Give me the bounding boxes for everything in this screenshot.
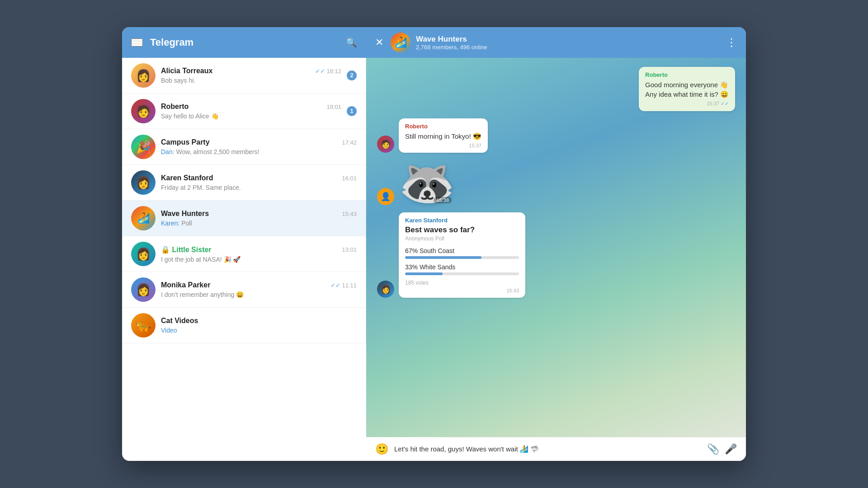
app-body: 👩 Alicia Torreaux ✓✓ 18:12 Bob says hi. … [122, 58, 746, 461]
avatar-campus: 🎉 [131, 135, 156, 159]
close-button[interactable]: ✕ [375, 37, 383, 48]
chat-info-wave: Wave Hunters 15:43 Karen: Poll [161, 210, 357, 227]
chat-info-monika: Monika Parker ✓✓ 11:11 I don't remember … [161, 281, 357, 298]
poll-option-2[interactable]: 33% White Sands [405, 263, 519, 275]
msg-row-sticker: 👤 🦝 15:38 [377, 160, 735, 205]
chat-item-karen[interactable]: 👩 Karen Stanford 16:01 Friday at 2 PM. S… [122, 165, 366, 201]
chat-name-monika: Monika Parker [161, 281, 210, 289]
chat-name-roberto: Roberto [161, 103, 189, 111]
chat-name: Wave Hunters [416, 35, 721, 44]
poll-votes: 185 votes [405, 280, 519, 286]
chat-subtitle: 2,768 members, 496 online [416, 44, 721, 51]
chat-input-area: 🙂 📎 🎤 [366, 437, 746, 461]
chat-name-cat: Cat Videos [161, 317, 198, 325]
chat-preview-monika: I don't remember anything 😄 [161, 291, 357, 298]
mic-button[interactable]: 🎤 [725, 443, 737, 455]
app-header: Telegram 🔍 ✕ 🏄 Wave Hunters 2,768 member… [122, 27, 746, 58]
chat-info-cat: Cat Videos Video [161, 317, 357, 334]
chat-item-monika[interactable]: 👩 Monika Parker ✓✓ 11:11 I don't remembe… [122, 272, 366, 308]
sidebar: 👩 Alicia Torreaux ✓✓ 18:12 Bob says hi. … [122, 58, 366, 343]
chat-info-little: 🔒 Little Sister 13:01 I got the job at N… [161, 245, 357, 263]
msg-avatar-karen-poll: 👩 [377, 281, 394, 298]
chat-preview-wave: Karen: Poll [161, 220, 357, 227]
chat-name-karen: Karen Stanford [161, 174, 213, 182]
poll-bar-bg-2 [405, 272, 519, 275]
poll-type: Anonymous Poll [405, 235, 519, 242]
chat-header: ✕ 🏄 Wave Hunters 2,768 members, 496 onli… [366, 33, 746, 52]
sidebar-header: Telegram 🔍 [122, 37, 366, 48]
chat-time-karen: 16:01 [342, 175, 357, 182]
msg-text-own1: Good morning everyone 👋Any idea what tim… [645, 80, 729, 99]
chat-info-alicia: Alicia Torreaux ✓✓ 18:12 Bob says hi. [161, 67, 341, 84]
emoji-button[interactable]: 🙂 [375, 443, 389, 455]
badge-roberto: 1 [347, 106, 357, 116]
chat-preview-alicia: Bob says hi. [161, 77, 341, 84]
sticker-time: 15:38 [434, 197, 452, 203]
msg-avatar-roberto: 🧑 [377, 136, 394, 153]
chat-time-roberto: 18:01 [326, 103, 341, 110]
msg-text-roberto1: Still morning in Tokyo! 😎 [405, 131, 481, 141]
poll-option-1[interactable]: 67% South Coast [405, 247, 519, 259]
poll-option-2-label: 33% White Sands [405, 263, 455, 271]
chat-name-campus: Campus Party [161, 138, 210, 146]
message-input[interactable] [394, 446, 702, 453]
chat-item-wave[interactable]: 🏄 Wave Hunters 15:43 Karen: Poll [122, 201, 366, 236]
avatar-wave: 🏄 [131, 206, 156, 230]
poll-option-1-label: 67% South Coast [405, 247, 454, 254]
avatar-alicia: 👩 [131, 63, 156, 88]
badge-alicia: 2 [347, 70, 357, 80]
msg-time-own1: 15:37 ✓✓ [645, 101, 729, 107]
more-button[interactable]: ⋮ [726, 36, 737, 49]
chat-preview-little: I got the job at NASA! 🎉 🚀 [161, 256, 357, 263]
chat-messages: Roberto Good morning everyone 👋Any idea … [366, 58, 746, 437]
chat-item-roberto[interactable]: 🧑 Roberto 18:01 Say hello to Alice 👋 1 [122, 94, 366, 129]
msg-bubble-roberto1: Roberto Still morning in Tokyo! 😎 15:37 [399, 118, 488, 153]
chat-item-little[interactable]: 👩 🔒 Little Sister 13:01 I got the job at… [122, 236, 366, 272]
msg-row-own1: Roberto Good morning everyone 👋Any idea … [377, 67, 735, 111]
chat-time-wave: 15:43 [342, 211, 357, 217]
chat-item-cat[interactable]: 🐆 Cat Videos Video [122, 308, 366, 343]
sticker-container: 🦝 15:38 [399, 160, 455, 205]
poll-bar-bg-1 [405, 256, 519, 259]
chat-header-info: Wave Hunters 2,768 members, 496 online [416, 35, 721, 51]
msg-time-roberto1: 15:37 [405, 143, 481, 148]
avatar-karen: 👩 [131, 170, 156, 195]
app-title: Telegram [150, 37, 339, 48]
sidebar-wrapper: 👩 Alicia Torreaux ✓✓ 18:12 Bob says hi. … [122, 58, 366, 461]
hamburger-button[interactable] [131, 38, 143, 47]
chat-time-monika: ✓✓ 11:11 [330, 282, 357, 289]
chat-info-karen: Karen Stanford 16:01 Friday at 2 PM. Sam… [161, 174, 357, 191]
msg-bubble-own1: Roberto Good morning everyone 👋Any idea … [639, 67, 735, 111]
chat-item-alicia[interactable]: 👩 Alicia Torreaux ✓✓ 18:12 Bob says hi. … [122, 58, 366, 94]
msg-row-poll: 👩 Karen Stanford Best waves so far? Anon… [377, 212, 735, 298]
chat-header-avatar: 🏄 [391, 33, 410, 52]
chat-preview-campus: Dan: Wow, almost 2,500 members! [161, 148, 357, 155]
chat-time-little: 13:01 [342, 246, 357, 253]
avatar-little: 👩 [131, 242, 156, 266]
chat-time-campus: 17:42 [342, 139, 357, 146]
chat-name-wave: Wave Hunters [161, 210, 209, 218]
poll-bar-fill-1 [405, 256, 481, 259]
chat-info-campus: Campus Party 17:42 Dan: Wow, almost 2,50… [161, 138, 357, 155]
avatar-cat: 🐆 [131, 313, 156, 338]
chat-name-little: 🔒 Little Sister [161, 245, 212, 254]
search-button[interactable]: 🔍 [346, 37, 357, 48]
chat-preview-cat: Video [161, 327, 357, 334]
chat-name-alicia: Alicia Torreaux [161, 67, 212, 75]
poll-title: Best waves so far? [405, 225, 519, 235]
chat-info-roberto: Roberto 18:01 Say hello to Alice 👋 [161, 103, 341, 120]
attach-button[interactable]: 📎 [707, 443, 719, 455]
msg-avatar-sticker: 👤 [377, 188, 394, 205]
msg-bubble-poll: Karen Stanford Best waves so far? Anonym… [399, 212, 525, 298]
chat-preview-roberto: Say hello to Alice 👋 [161, 113, 341, 120]
msg-time-poll: 15:43 [405, 288, 519, 293]
poll-bar-fill-2 [405, 272, 443, 275]
chat-preview-karen: Friday at 2 PM. Same place. [161, 184, 357, 191]
app-window: Telegram 🔍 ✕ 🏄 Wave Hunters 2,768 member… [122, 27, 746, 461]
chat-area: Roberto Good morning everyone 👋Any idea … [366, 58, 746, 461]
msg-sender-poll: Karen Stanford [405, 217, 519, 224]
avatar-roberto: 🧑 [131, 99, 156, 123]
msg-sender-own1: Roberto [645, 71, 729, 78]
chat-item-campus[interactable]: 🎉 Campus Party 17:42 Dan: Wow, almost 2,… [122, 129, 366, 165]
msg-sender-roberto1: Roberto [405, 123, 481, 130]
